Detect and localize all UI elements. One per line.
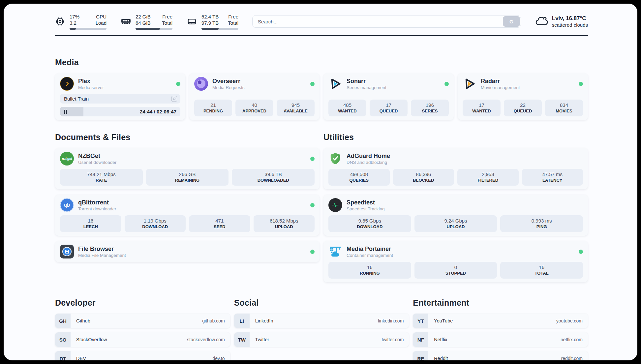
link-row-twitter[interactable]: TW Twitter twitter.com <box>234 332 409 347</box>
link-row-linkedin[interactable]: LI LinkedIn linkedin.com <box>234 314 409 328</box>
search-button[interactable]: G <box>503 16 520 27</box>
stat-pill: 471 SEED <box>189 215 250 232</box>
app-desc: Speedtest Tracking <box>347 206 385 212</box>
app-card-nzbget[interactable]: nzbget NZBGet Usenet downloader 744.21 M… <box>55 148 320 189</box>
link-row-reddit[interactable]: RE Reddit reddit.com <box>413 351 588 360</box>
link-row-youtube[interactable]: YT YouTube youtube.com <box>413 314 588 328</box>
disk-stat: 52.4 TB 97.9 TB Free Total <box>187 14 238 30</box>
screen: 17% 3.2 CPU Load <box>0 0 641 364</box>
cpu-icon <box>55 16 65 26</box>
stat-pill: 266 GB REMAINING <box>146 169 229 186</box>
overseerr-icon <box>194 77 208 91</box>
link-url: linkedin.com <box>378 314 409 328</box>
playback-progress-bar[interactable]: 24:44 / 02:06:47 <box>60 107 180 116</box>
link-badge: NF <box>413 332 428 347</box>
ram-stat: 22 GiB 64 GiB Free Total <box>121 14 172 30</box>
app-card-sonarr[interactable]: Sonarr Series management 485 WANTED 17 Q… <box>323 73 454 120</box>
app-name: AdGuard Home <box>347 152 390 160</box>
status-dot <box>579 250 583 254</box>
link-url: twitter.com <box>382 332 409 347</box>
link-badge: YT <box>413 314 428 328</box>
app-desc: Media File Management <box>78 253 126 258</box>
status-dot <box>176 82 180 86</box>
section-title-social: Social <box>234 298 409 308</box>
filebrowser-icon <box>60 245 74 258</box>
link-url: github.com <box>202 314 230 328</box>
stat-pill: 834 MOVIES <box>545 100 583 116</box>
disk-total-label: Total <box>228 20 238 26</box>
stat-pill: 17 WANTED <box>463 100 501 116</box>
app-name: Sonarr <box>347 77 386 85</box>
stat-pill: 485 WANTED <box>328 100 366 116</box>
radarr-icon <box>463 77 476 91</box>
app-desc: Movie management <box>481 85 520 90</box>
link-badge: DT <box>55 351 71 360</box>
adguard-icon <box>328 152 342 166</box>
playback-time: 24:44 / 02:06:47 <box>140 109 180 114</box>
app-card-filebrowser[interactable]: File Browser Media File Management <box>55 241 320 262</box>
app-card-radarr[interactable]: Radarr Movie management 17 WANTED 22 QUE… <box>458 73 588 120</box>
section-title-media: Media <box>55 58 588 67</box>
weather-location: Lviv, 16.87°C <box>552 15 588 22</box>
header-divider <box>55 35 588 36</box>
link-name: LinkedIn <box>250 314 273 328</box>
link-name: Reddit <box>428 351 448 360</box>
pause-button[interactable] <box>60 107 67 116</box>
app-desc: Media Requests <box>212 85 245 90</box>
link-row-dev[interactable]: DT DEV dev.to <box>55 351 230 360</box>
status-dot <box>310 203 315 207</box>
now-playing-icon[interactable] <box>171 96 177 102</box>
system-stats: 17% 3.2 CPU Load <box>55 14 238 30</box>
cpu-label: CPU <box>96 14 107 19</box>
app-card-speedtest[interactable]: Speedtest Speedtest Tracking 9.65 Gbps D… <box>323 195 588 236</box>
app-card-portainer[interactable]: Media Portainer Container management 16 … <box>323 241 588 282</box>
status-dot <box>310 82 315 86</box>
disk-free-value: 52.4 TB <box>201 14 219 19</box>
link-name: DEV <box>71 351 86 360</box>
stat-pill: 0 STOPPED <box>414 262 497 279</box>
entertainment-column: Entertainment YT YouTube youtube.com NF … <box>413 282 588 360</box>
stat-pill: 21 PENDING <box>194 100 232 116</box>
stat-pill: 744.21 Mbps RATE <box>60 169 143 186</box>
stat-pill: 196 SERIES <box>411 100 449 116</box>
link-url: reddit.com <box>561 351 588 360</box>
stat-pill: 17 QUEUED <box>370 100 408 116</box>
link-name: Github <box>71 314 90 328</box>
app-desc: Container management <box>347 253 393 258</box>
stat-pill: 9.65 Gbps DOWNLOAD <box>328 215 411 232</box>
stat-pill: 22 QUEUED <box>504 100 542 116</box>
app-name: File Browser <box>78 245 126 253</box>
stat-pill: 945 AVAILABLE <box>277 100 315 116</box>
link-row-stackoverflow[interactable]: SO StackOverflow stackoverflow.com <box>55 332 230 347</box>
now-playing-bar: Bullet Train <box>60 94 180 104</box>
link-row-netflix[interactable]: NF Netflix netflix.com <box>413 332 588 347</box>
utilities-column: Utilities AdGuard Home <box>323 120 588 282</box>
links-grid: Developer GH Github github.com SO StackO… <box>55 282 588 360</box>
disk-progress-bar <box>201 28 238 30</box>
cloud-icon <box>535 14 548 29</box>
ram-free-label: Free <box>162 14 172 19</box>
link-row-github[interactable]: GH Github github.com <box>55 314 230 328</box>
disk-total-value: 97.9 TB <box>201 20 219 26</box>
app-desc: Media server <box>78 85 104 90</box>
status-dot <box>310 250 315 254</box>
status-dot <box>310 157 315 161</box>
developer-column: Developer GH Github github.com SO StackO… <box>55 282 230 360</box>
stat-pill: 86,396 BLOCKED <box>393 169 454 186</box>
link-url: dev.to <box>213 351 230 360</box>
disk-icon <box>187 16 197 26</box>
section-title-developer: Developer <box>55 298 230 308</box>
app-card-qbittorrent[interactable]: qb qBittorrent Torrent downloader 16 LEE… <box>55 195 320 236</box>
middle-columns: Documents & Files nzbget NZBGet Usenet d… <box>55 120 588 282</box>
section-title-utilities: Utilities <box>323 133 588 142</box>
app-desc: Torrent downloader <box>78 206 116 212</box>
app-card-plex[interactable]: Plex Media server Bullet Train 24:44 / 0… <box>55 73 185 120</box>
stat-pill: 39.6 TB DOWNLOADED <box>232 169 315 186</box>
portainer-icon <box>328 245 342 258</box>
stat-pill: 47.57 ms LATENCY <box>522 169 583 186</box>
link-name: YouTube <box>428 314 453 328</box>
app-card-adguard[interactable]: AdGuard Home DNS and adblocking 498,508 … <box>323 148 588 189</box>
search-input[interactable] <box>253 19 503 24</box>
now-playing-title: Bullet Train <box>64 96 89 102</box>
app-card-overseerr[interactable]: Overseerr Media Requests 21 PENDING 40 A… <box>189 73 320 120</box>
